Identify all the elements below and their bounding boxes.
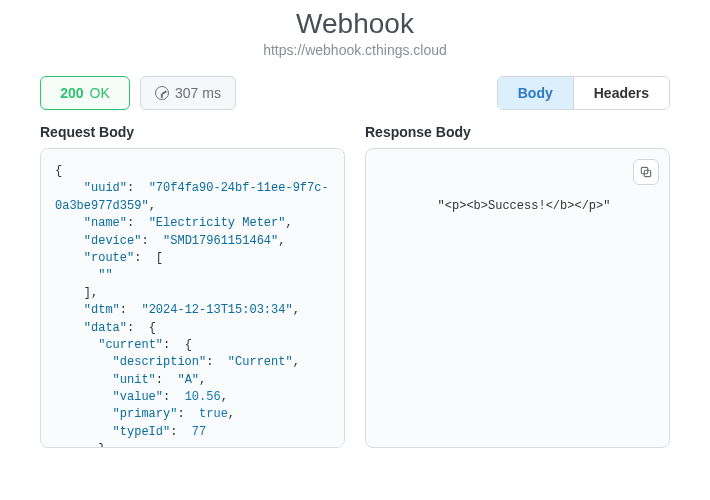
status-text: OK xyxy=(90,85,110,101)
webhook-url: https://webhook.cthings.cloud xyxy=(40,42,670,58)
copy-response-button[interactable] xyxy=(633,159,659,185)
tab-body[interactable]: Body xyxy=(498,77,573,109)
status-code: 200 xyxy=(60,85,83,101)
clock-icon xyxy=(155,86,169,100)
page-title: Webhook xyxy=(40,8,670,40)
view-segmented-control: Body Headers xyxy=(497,76,670,110)
tab-headers[interactable]: Headers xyxy=(573,77,669,109)
http-status-badge: 200 OK xyxy=(40,76,130,110)
copy-icon xyxy=(639,165,653,179)
status-group: 200 OK 307 ms xyxy=(40,76,236,110)
request-body-panel[interactable]: { "uuid": "70f4fa90-24bf-11ee-9f7c-0a3be… xyxy=(40,148,345,448)
request-body-heading: Request Body xyxy=(40,124,345,140)
response-body-heading: Response Body xyxy=(365,124,670,140)
response-body-text: "<p><b>Success!</b></p>" xyxy=(438,199,611,213)
latency-badge: 307 ms xyxy=(140,76,236,110)
latency-value: 307 ms xyxy=(175,85,221,101)
response-body-panel[interactable]: "<p><b>Success!</b></p>" xyxy=(365,148,670,448)
